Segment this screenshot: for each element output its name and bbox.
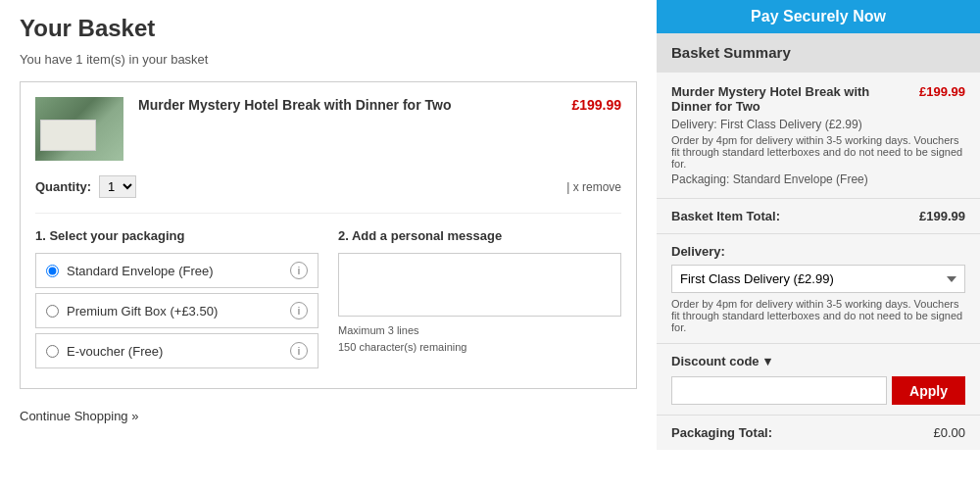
packaging-total-value: £0.00 <box>933 425 965 440</box>
summary-item-price: £199.99 <box>919 84 965 99</box>
product-actions: Quantity: 1 2 3 | x remove <box>35 175 621 198</box>
info-icon-evoucher[interactable]: i <box>290 342 308 360</box>
packaging-radio-standard[interactable] <box>46 265 59 277</box>
remove-link[interactable]: | x remove <box>566 180 621 194</box>
packaging-section-label: 1. Select your packaging <box>35 228 318 243</box>
message-hint-lines: Maximum 3 lines <box>338 324 621 336</box>
quantity-select[interactable]: 1 2 3 <box>99 175 136 198</box>
summary-total-row: Basket Item Total: £199.99 <box>657 199 980 234</box>
quantity-row: Quantity: 1 2 3 <box>35 175 136 198</box>
packaging-total-label: Packaging Total: <box>671 425 772 440</box>
delivery-select[interactable]: First Class Delivery (£2.99) <box>671 265 965 293</box>
packaging-radio-premium[interactable] <box>46 305 59 318</box>
packaging-option-standard[interactable]: Standard Envelope (Free) i <box>35 253 318 288</box>
product-card: Murder Mystery Hotel Break with Dinner f… <box>20 81 637 389</box>
basket-count: You have 1 item(s) in your basket <box>20 52 637 67</box>
info-icon-standard[interactable]: i <box>290 262 308 279</box>
delivery-order-note: Order by 4pm for delivery within 3-5 wor… <box>671 298 965 333</box>
product-image-placeholder <box>35 97 123 161</box>
summary-item-name: Murder Mystery Hotel Break with Dinner f… <box>671 84 909 114</box>
pay-now-button[interactable]: Pay Securely Now <box>657 8 980 25</box>
quantity-label: Quantity: <box>35 179 91 194</box>
summary-item-row: Murder Mystery Hotel Break with Dinner f… <box>671 84 965 114</box>
summary-delivery-note: Order by 4pm for delivery within 3-5 wor… <box>671 134 965 170</box>
delivery-section-label: Delivery: <box>671 244 965 259</box>
product-image <box>35 97 123 161</box>
main-content: Your Basket You have 1 item(s) in your b… <box>0 0 657 450</box>
packaging-option-evoucher[interactable]: E-voucher (Free) i <box>35 333 318 368</box>
sidebar: Basket Summary Murder Mystery Hotel Brea… <box>657 32 980 450</box>
summary-packaging: Packaging: Standard Envelope (Free) <box>671 172 965 186</box>
packaging-label-evoucher: E-voucher (Free) <box>67 344 163 359</box>
packaging-option-premium[interactable]: Premium Gift Box (+£3.50) i <box>35 293 318 328</box>
summary-total-label: Basket Item Total: <box>671 209 780 223</box>
packaging-col: 1. Select your packaging Standard Envelo… <box>35 228 318 373</box>
packaging-total-row: Packaging Total: £0.00 <box>657 416 980 450</box>
summary-delivery-text: Delivery: First Class Delivery (£2.99) <box>671 118 965 131</box>
packaging-label-premium: Premium Gift Box (+£3.50) <box>67 304 218 318</box>
product-price: £199.99 <box>571 97 621 113</box>
personal-message-textarea[interactable] <box>338 253 621 317</box>
page-title: Your Basket <box>20 15 637 42</box>
message-section-label: 2. Add a personal message <box>338 228 621 243</box>
packaging-radio-evoucher[interactable] <box>46 345 59 358</box>
continue-shopping[interactable]: Continue Shopping » <box>20 409 637 423</box>
summary-total-value: £199.99 <box>919 209 965 223</box>
pay-now-bar[interactable]: Pay Securely Now <box>657 0 980 33</box>
chevron-down-icon: ▾ <box>764 354 771 368</box>
discount-label: Discount code <box>671 354 760 368</box>
discount-input[interactable] <box>671 376 887 405</box>
summary-item-block: Murder Mystery Hotel Break with Dinner f… <box>657 73 980 199</box>
message-hint-chars: 150 character(s) remaining <box>338 341 621 353</box>
product-title: Murder Mystery Hotel Break with Dinner f… <box>138 97 562 113</box>
info-icon-premium[interactable]: i <box>290 302 308 319</box>
apply-button[interactable]: Apply <box>892 376 965 405</box>
discount-row: Apply <box>671 376 965 405</box>
discount-header[interactable]: Discount code ▾ <box>671 354 965 368</box>
options-section: 1. Select your packaging Standard Envelo… <box>35 213 621 373</box>
delivery-section: Delivery: First Class Delivery (£2.99) O… <box>657 234 980 344</box>
continue-shopping-link[interactable]: Continue Shopping » <box>20 409 138 423</box>
message-col: 2. Add a personal message Maximum 3 line… <box>338 228 621 373</box>
packaging-label-standard: Standard Envelope (Free) <box>67 264 214 278</box>
discount-section: Discount code ▾ Apply <box>657 344 980 416</box>
basket-summary-title: Basket Summary <box>657 32 980 73</box>
product-header: Murder Mystery Hotel Break with Dinner f… <box>35 97 621 161</box>
